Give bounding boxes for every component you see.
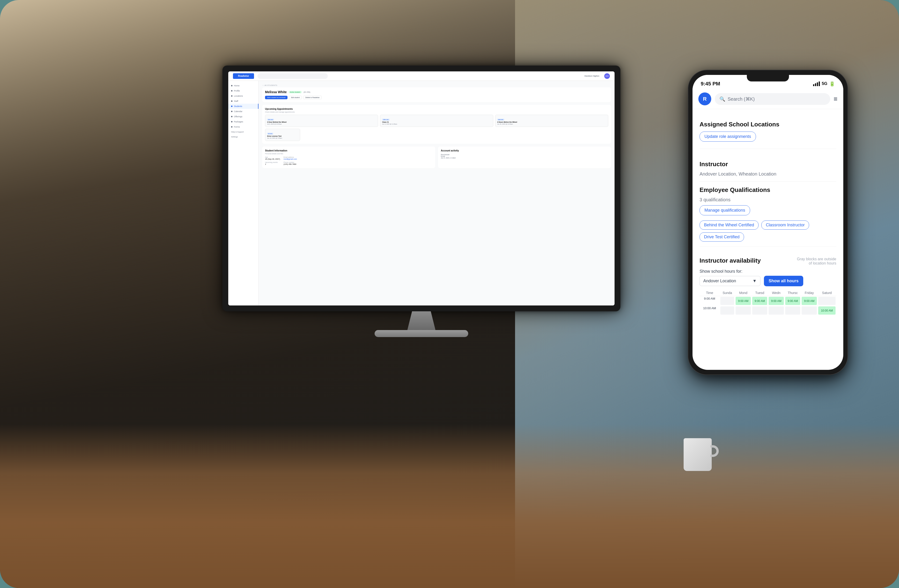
cell-wed-10 bbox=[769, 306, 784, 315]
qualifications-section: Employee Qualifications 3 qualifications… bbox=[692, 186, 843, 242]
monitor-bezel: Roadwise Davidson Highton DH Home bbox=[222, 66, 620, 311]
cell-mon-9: 9:00 AM bbox=[735, 297, 751, 305]
phone-content: Assigned School Locations Update role as… bbox=[692, 109, 843, 370]
cell-sun-10 bbox=[720, 306, 734, 315]
monitor-wrapper: Roadwise Davidson Highton DH Home bbox=[211, 66, 632, 337]
student-info-sub: Personal details and files bbox=[265, 153, 433, 154]
cell-wed-9: 9:00 AM bbox=[769, 297, 784, 305]
appt-title-4: Drive License Test bbox=[267, 135, 298, 137]
email-value: mel@gmail.com bbox=[284, 158, 297, 160]
upcoming-value: 1 bbox=[265, 163, 280, 165]
time-10am: 10:00 AM bbox=[700, 306, 720, 315]
appointment-card-1: 2Hr min 2 Hour Behind the Wheel Jul 9, 2… bbox=[265, 115, 378, 127]
appointments-title: Upcoming Appointments bbox=[265, 108, 608, 110]
phone-label: Phone number bbox=[284, 162, 297, 163]
user-avatar[interactable]: DH bbox=[604, 73, 610, 79]
availability-note: Gray blocks are outside of location hour… bbox=[794, 257, 836, 265]
student-status-badge: Active student bbox=[289, 91, 302, 93]
search-placeholder: Search (⌘K) bbox=[728, 96, 755, 102]
update-role-button[interactable]: Update role assignments bbox=[700, 131, 756, 142]
sidebar-item-calendar[interactable]: Calendar bbox=[228, 109, 258, 114]
appt-title-2: Class #1 bbox=[382, 121, 491, 123]
appt-date-1: Jul 9, 2024 @ 10:00am bbox=[267, 123, 376, 125]
edit-student-button[interactable]: Edit student bbox=[289, 96, 302, 99]
desk-surface bbox=[0, 424, 899, 588]
phone-screen: 9:45 PM 5G 🔋 R bbox=[692, 75, 843, 370]
profile-icon bbox=[231, 90, 232, 91]
sidebar-item-staff[interactable]: Staff bbox=[228, 99, 258, 104]
student-name: Melissa White bbox=[265, 90, 287, 94]
age-label: Age bbox=[265, 156, 280, 158]
appointment-card-3: Edit Info 2 Hours Before the Wheel Jun 2… bbox=[495, 115, 608, 127]
forms-icon bbox=[231, 126, 232, 128]
phone-search-input[interactable]: 🔍 Search (⌘K) bbox=[715, 93, 830, 105]
schedule-grid: Time Sunda Mond Tuesd Wedn Thursc Friday… bbox=[700, 290, 836, 315]
chevron-down-icon: ▼ bbox=[752, 279, 757, 284]
col-sat: Saturd bbox=[817, 290, 836, 296]
appointments-section: Upcoming Appointments Check details and … bbox=[262, 105, 611, 144]
cell-fri-10 bbox=[802, 306, 817, 315]
show-all-hours-button[interactable]: Show all hours bbox=[764, 276, 803, 286]
sidebar-item-settings[interactable]: Settings bbox=[228, 134, 258, 139]
location-select[interactable]: Andover Location ▼ bbox=[700, 276, 760, 286]
sidebar-item-home[interactable]: Home bbox=[228, 83, 258, 88]
coffee-mug bbox=[684, 438, 717, 475]
search-bar[interactable] bbox=[258, 73, 328, 79]
sidebar-item-profile[interactable]: Profile bbox=[228, 88, 258, 93]
col-tue: Tuesd bbox=[752, 290, 768, 296]
student-info-block: Student Information Personal details and… bbox=[262, 147, 435, 168]
sidebar-item-help[interactable]: Help & Support bbox=[228, 130, 258, 134]
sidebar-item-forms[interactable]: Forms bbox=[228, 124, 258, 130]
appt-date-4: Jun 19, 2024 @ 4:00pm bbox=[267, 137, 298, 139]
student-id: (ID #59) bbox=[304, 91, 310, 93]
instructor-detail: Andover Location, Wheaton Location bbox=[700, 171, 836, 177]
col-sun: Sunda bbox=[720, 290, 735, 296]
appt-badge-4: 10 min bbox=[267, 133, 273, 134]
locations-icon bbox=[231, 95, 232, 97]
appointments-subtitle: Check details and manage appointments bbox=[265, 111, 608, 113]
schedule-row-9am: 9:00 AM 9:00 AM 9:00 AM 9:00 AM 9:00 AM … bbox=[700, 296, 836, 306]
col-mon: Mond bbox=[735, 290, 752, 296]
reschedule-sub: Email bbox=[441, 156, 608, 157]
app-topbar: Roadwise Davidson Highton DH bbox=[228, 71, 615, 81]
appt-title-3: 2 Hours Before the Wheel bbox=[497, 121, 606, 123]
qual-tag-3: Drive Test Certified bbox=[700, 232, 744, 242]
mug-body bbox=[684, 438, 712, 471]
cell-mon-10 bbox=[735, 306, 751, 315]
home-icon bbox=[231, 85, 232, 86]
calendar-icon bbox=[231, 111, 232, 112]
appointment-card-2: 10hr min Class #1 Jun 3, 2024 @ 11:00am bbox=[380, 115, 493, 127]
app-sidebar: Home Profile Locations Staff bbox=[228, 81, 259, 306]
availability-title: Instructor availability bbox=[700, 257, 761, 264]
user-name-label: Davidson Highton bbox=[585, 75, 599, 77]
appt-badge-1: 2Hr min bbox=[267, 119, 274, 120]
signal-type-label: 5G bbox=[822, 81, 827, 86]
delete-button[interactable]: Delete to Roadwise bbox=[303, 96, 322, 99]
breadcrumb: ← All STUDENTS bbox=[262, 84, 611, 86]
email-label: Email address bbox=[284, 156, 297, 158]
phone-bezel: 9:45 PM 5G 🔋 R bbox=[688, 70, 848, 375]
phone-status-right: 5G 🔋 bbox=[813, 81, 835, 86]
signal-icon bbox=[813, 82, 820, 86]
sidebar-item-students[interactable]: Students bbox=[228, 104, 258, 109]
reschedule-date: Jun 4, 2024, 2:13am bbox=[441, 157, 608, 159]
app-main-content: ← All STUDENTS Melissa White Active stud… bbox=[259, 81, 615, 306]
action-buttons: Mark student as archived Edit student De… bbox=[265, 96, 608, 99]
phone-search-bar: R 🔍 Search (⌘K) ≡ bbox=[692, 89, 843, 109]
manage-qualifications-button[interactable]: Manage qualifications bbox=[700, 205, 750, 215]
reschedule-label: Reschedule bbox=[441, 154, 608, 156]
phone-notch bbox=[747, 74, 789, 82]
sidebar-item-locations[interactable]: Locations bbox=[228, 93, 258, 99]
appt-title-1: 2 Hour Behind the Wheel bbox=[267, 121, 376, 123]
mark-archived-button[interactable]: Mark student as archived bbox=[265, 96, 287, 99]
assigned-locations-section: Assigned School Locations Update role as… bbox=[692, 114, 843, 144]
col-wed: Wedn bbox=[768, 290, 785, 296]
divider-2 bbox=[700, 181, 836, 182]
instructor-section: Instructor Andover Location, Wheaton Loc… bbox=[692, 154, 843, 177]
availability-header: Instructor availability Gray blocks are … bbox=[700, 257, 836, 265]
sidebar-item-offerings[interactable]: Offerings bbox=[228, 114, 258, 119]
phone-app-logo: R bbox=[698, 93, 711, 105]
sidebar-item-packages[interactable]: Packages bbox=[228, 119, 258, 124]
offerings-icon bbox=[231, 116, 232, 117]
phone-menu-icon[interactable]: ≡ bbox=[834, 95, 837, 103]
